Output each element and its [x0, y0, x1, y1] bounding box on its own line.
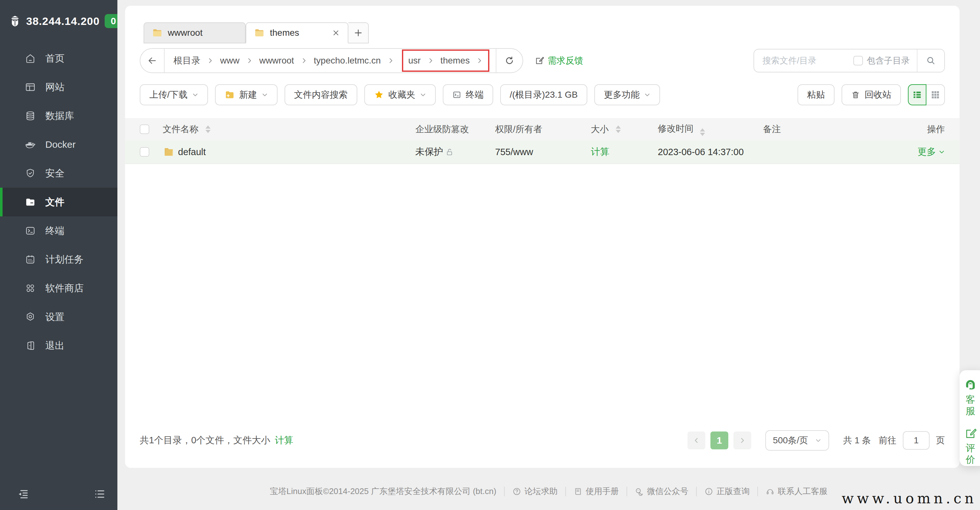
breadcrumb-item-www[interactable]: www — [220, 56, 240, 66]
sidebar-item-terminal[interactable]: 终端 — [0, 217, 118, 245]
wechat-link[interactable]: 微信公众号 — [627, 486, 696, 497]
feedback-link[interactable]: 需求反馈 — [535, 54, 583, 67]
calculate-size-link[interactable]: 计算 — [591, 145, 609, 158]
sidebar-item-docker[interactable]: Docker — [0, 130, 118, 159]
back-button[interactable] — [140, 49, 165, 72]
file-name[interactable]: default — [178, 147, 206, 157]
grid-view-button[interactable] — [926, 84, 945, 105]
new-tab-button[interactable] — [348, 22, 369, 43]
goto-page-input[interactable] — [903, 431, 930, 450]
button-label: 回收站 — [864, 89, 891, 101]
calculate-total-link[interactable]: 计算 — [275, 434, 293, 447]
sidebar-item-label: 首页 — [45, 52, 64, 65]
terminal-button[interactable]: 终端 — [443, 84, 493, 105]
header-filename[interactable]: 文件名称 — [163, 123, 199, 135]
search-button[interactable] — [917, 49, 944, 72]
chevron-right-icon — [246, 57, 253, 64]
rate-button[interactable]: 评价 — [963, 428, 977, 465]
folder-icon — [25, 197, 36, 207]
sidebar-item-logout[interactable]: 退出 — [0, 331, 118, 360]
wechat-icon — [635, 487, 644, 496]
chevron-down-icon — [644, 92, 651, 98]
sidebar-item-settings[interactable]: 设置 — [0, 303, 118, 331]
favorites-button[interactable]: 收藏夹 — [364, 84, 436, 105]
disk-usage-button[interactable]: /(根目录)23.1 GB — [500, 84, 587, 105]
appstore-icon — [25, 283, 36, 293]
info-circle-icon — [705, 487, 713, 496]
content-search-button[interactable]: 文件内容搜索 — [285, 84, 357, 105]
sidebar-item-appstore[interactable]: 软件商店 — [0, 274, 118, 303]
terminal-icon — [25, 225, 36, 236]
sidebar-item-label: 数据库 — [45, 110, 74, 123]
sidebar-item-files[interactable]: 文件 — [0, 188, 118, 217]
row-checkbox[interactable] — [140, 147, 149, 157]
server-header[interactable]: 38.244.14.200 0 — [0, 0, 118, 28]
breadcrumb-item-wwwroot[interactable]: wwwroot — [259, 56, 294, 66]
breadcrumb-item-root[interactable]: 根目录 — [173, 54, 200, 67]
search-bar: 包含子目录 — [754, 49, 945, 72]
current-page-button[interactable]: 1 — [710, 432, 728, 449]
shield-check-icon — [25, 168, 36, 179]
recycle-bin-button[interactable]: 回收站 — [842, 84, 901, 105]
search-input[interactable] — [754, 56, 853, 66]
customer-service-button[interactable]: 客服 — [963, 379, 977, 417]
sidebar-item-home[interactable]: 首页 — [0, 44, 118, 73]
license-check-link[interactable]: 正版查询 — [697, 486, 757, 497]
paste-button[interactable]: 粘贴 — [797, 84, 835, 105]
breadcrumb-item-themes[interactable]: themes — [441, 56, 470, 66]
refresh-icon — [504, 56, 515, 66]
file-manager-card: wwwroot themes 根目录 www — [125, 6, 959, 468]
header-modified[interactable]: 修改时间 — [658, 124, 694, 134]
sidebar-item-cron[interactable]: 计划任务 — [0, 245, 118, 274]
goto-label: 前往 — [878, 434, 896, 446]
forum-help-link[interactable]: 论坛求助 — [505, 486, 565, 497]
arrow-left-icon — [147, 56, 157, 66]
sidebar-item-label: 网站 — [45, 81, 64, 94]
menu-list-icon[interactable] — [93, 488, 106, 500]
collapse-sidebar-icon[interactable] — [17, 488, 29, 500]
sort-modified-icon[interactable] — [700, 128, 705, 136]
sort-filename-icon[interactable] — [205, 126, 210, 133]
sidebar-item-security[interactable]: 安全 — [0, 159, 118, 188]
trash-icon — [851, 90, 860, 99]
more-features-button[interactable]: 更多功能 — [594, 84, 660, 105]
contact-support-link[interactable]: 联系人工客服 — [758, 486, 835, 497]
new-button[interactable]: 新建 — [215, 84, 278, 105]
prev-page-button[interactable] — [687, 432, 705, 449]
chevron-right-icon — [739, 437, 746, 444]
feedback-doc-icon — [535, 56, 544, 65]
folder-tab-icon — [152, 27, 163, 38]
sidebar-footer — [0, 488, 118, 502]
upload-download-button[interactable]: 上传/下载 — [140, 84, 208, 105]
headset-icon — [765, 487, 775, 496]
sidebar-item-label: 软件商店 — [45, 282, 84, 295]
tamper-status[interactable]: 未保护 — [415, 145, 443, 158]
breadcrumb-item-site[interactable]: typecho.letmc.cn — [314, 56, 381, 66]
more-actions-link[interactable]: 更多 — [918, 145, 936, 158]
header-size[interactable]: 大小 — [591, 123, 609, 135]
include-subdir-checkbox[interactable] — [853, 56, 863, 65]
tab-themes[interactable]: themes — [246, 22, 348, 43]
sidebar-item-website[interactable]: 网站 — [0, 73, 118, 102]
sidebar-menu: 首页 网站 数据库 Docker 安全 文件 终端 计划任务 — [0, 44, 118, 360]
tab-wwwroot[interactable]: wwwroot — [143, 22, 246, 43]
sidebar-item-label: 退出 — [45, 339, 64, 352]
close-icon[interactable] — [332, 29, 340, 37]
sort-size-icon[interactable] — [616, 126, 621, 133]
select-all-checkbox[interactable] — [140, 124, 149, 134]
footer-link-label: 微信公众号 — [647, 486, 689, 497]
sidebar-item-label: 设置 — [45, 311, 64, 324]
list-view-button[interactable] — [908, 84, 926, 105]
table-row[interactable]: default 未保护 755/www 计算 2023-06-06 14:37:… — [125, 140, 959, 164]
chevron-right-icon — [427, 57, 434, 64]
header-action: 操作 — [927, 123, 945, 135]
breadcrumb-item-usr[interactable]: usr — [408, 56, 421, 66]
folder-icon — [163, 146, 175, 158]
total-count: 共 1 条 — [843, 434, 871, 446]
sidebar-item-database[interactable]: 数据库 — [0, 102, 118, 130]
page-size-select[interactable]: 500条/页 — [765, 430, 829, 451]
refresh-button[interactable] — [496, 49, 523, 72]
watermark-text: www.uomn.cn — [842, 490, 977, 507]
next-page-button[interactable] — [733, 432, 751, 449]
manual-link[interactable]: 使用手册 — [566, 486, 627, 497]
